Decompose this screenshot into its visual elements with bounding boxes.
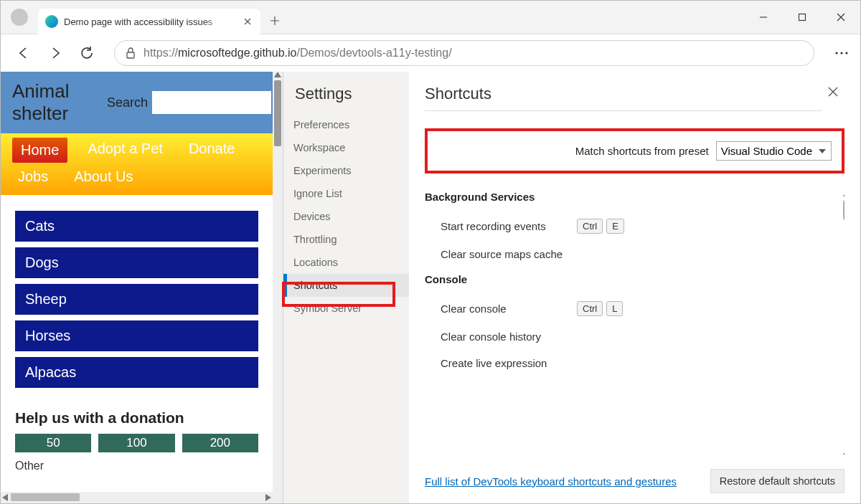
shortcut-row: Clear source maps cache [425, 241, 844, 267]
svg-point-3 [840, 52, 842, 54]
settings-title: Settings [283, 82, 409, 113]
tab-close-button[interactable] [242, 16, 253, 27]
refresh-button[interactable] [72, 39, 101, 67]
address-bar[interactable]: https://microsoftedge.github.io/Demos/de… [114, 40, 814, 66]
shortcut-row: Clear console Ctrl L [425, 294, 844, 323]
back-button[interactable] [9, 39, 38, 67]
settings-sidebar: Settings Preferences Workspace Experimen… [283, 72, 409, 503]
shortcut-row: Create live expression [425, 350, 844, 376]
page-vertical-scrollbar[interactable] [273, 72, 283, 492]
svg-point-4 [845, 52, 847, 54]
nav-about[interactable]: About Us [68, 166, 138, 188]
nav-donate[interactable]: Donate [183, 138, 241, 163]
animal-item[interactable]: Dogs [15, 247, 258, 278]
devtools-panel: Settings Preferences Workspace Experimen… [283, 72, 860, 503]
shortcut-label: Clear source maps cache [441, 248, 577, 260]
preset-label: Match shortcuts from preset [575, 145, 709, 157]
shortcuts-vertical-scrollbar[interactable] [842, 191, 844, 459]
titlebar: Demo page with accessibility issues [1, 1, 860, 34]
donation-100[interactable]: 100 [98, 434, 174, 452]
animal-item[interactable]: Horses [15, 320, 258, 351]
donation-other-label: Other [15, 460, 258, 472]
section-console: Console [425, 273, 844, 285]
edge-favicon [45, 15, 58, 28]
nav-jobs[interactable]: Jobs [12, 166, 54, 188]
restore-defaults-button[interactable]: Restore default shortcuts [710, 469, 844, 493]
shortcut-list: Background Services Start recording even… [425, 191, 844, 459]
shortcut-label: Start recording events [441, 220, 577, 232]
preset-value: Visual Studio Code [721, 145, 812, 157]
donation-200[interactable]: 200 [182, 434, 258, 452]
shortcut-keys: Ctrl E [577, 219, 624, 234]
content-area: Animal shelter Search Home Adopt a Pet D… [1, 72, 860, 503]
search-label: Search [107, 95, 148, 110]
tab-title: Demo page with accessibility issues [64, 16, 236, 27]
main-nav: Home Adopt a Pet Donate Jobs About Us [1, 133, 283, 195]
settings-item-workspace[interactable]: Workspace [283, 136, 409, 159]
close-window-button[interactable] [822, 1, 860, 34]
shortcut-label: Clear console history [441, 331, 577, 343]
annotation-highlight-preset: Match shortcuts from preset Visual Studi… [425, 128, 844, 173]
page-main: Cats Dogs Sheep Horses Alpacas Help us w… [1, 195, 273, 477]
animal-item[interactable]: Sheep [15, 284, 258, 315]
preset-select[interactable]: Visual Studio Code [716, 141, 832, 161]
settings-page-title: Shortcuts [425, 85, 822, 111]
browser-tab[interactable]: Demo page with accessibility issues [38, 9, 260, 34]
kbd: Ctrl [577, 301, 603, 316]
search-form: Search [107, 91, 271, 114]
settings-content: Shortcuts Match shortcuts from preset Vi… [409, 72, 860, 503]
chevron-down-icon [818, 148, 827, 154]
settings-item-shortcuts[interactable]: Shortcuts [283, 274, 409, 297]
browser-window: Demo page with accessibility issues http… [0, 0, 861, 504]
profile-avatar[interactable] [1, 1, 38, 34]
new-tab-button[interactable] [260, 8, 289, 34]
settings-item-throttling[interactable]: Throttling [283, 228, 409, 251]
animal-list: Cats Dogs Sheep Horses Alpacas [15, 211, 258, 388]
settings-item-ignore-list[interactable]: Ignore List [283, 182, 409, 205]
forward-button[interactable] [41, 39, 70, 67]
donation-50[interactable]: 50 [15, 434, 91, 452]
page-horizontal-scrollbar[interactable] [1, 492, 283, 503]
kbd: E [606, 219, 624, 234]
browser-menu-button[interactable] [827, 39, 856, 67]
animal-item[interactable]: Alpacas [15, 357, 258, 388]
settings-item-locations[interactable]: Locations [283, 251, 409, 274]
donation-heading: Help us with a donation [15, 409, 258, 427]
site-heading: Animal shelter [12, 80, 77, 125]
settings-close-button[interactable] [822, 80, 844, 103]
shortcut-label: Create live expression [441, 357, 577, 369]
shortcut-row: Clear console history [425, 323, 844, 350]
window-controls [744, 1, 860, 34]
search-input[interactable] [152, 91, 271, 114]
svg-rect-1 [127, 52, 134, 58]
shortcut-label: Clear console [441, 303, 577, 315]
page-viewport: Animal shelter Search Home Adopt a Pet D… [1, 72, 283, 503]
settings-item-experiments[interactable]: Experiments [283, 159, 409, 182]
shortcut-keys: Ctrl L [577, 301, 623, 316]
animal-item[interactable]: Cats [15, 211, 258, 242]
minimize-button[interactable] [744, 1, 783, 34]
kbd: Ctrl [577, 219, 603, 234]
settings-item-symbol-server[interactable]: Symbol Server [283, 297, 409, 320]
settings-item-devices[interactable]: Devices [283, 205, 409, 228]
browser-toolbar: https://microsoftedge.github.io/Demos/de… [1, 34, 860, 72]
shortcut-row: Start recording events Ctrl E [425, 211, 844, 241]
section-background-services: Background Services [425, 191, 844, 203]
maximize-button[interactable] [783, 1, 822, 34]
lock-icon [125, 47, 136, 60]
donation-options: 50 100 200 [15, 434, 258, 452]
svg-rect-0 [799, 14, 806, 21]
nav-adopt[interactable]: Adopt a Pet [82, 138, 169, 163]
svg-point-2 [835, 52, 837, 54]
kbd: L [606, 301, 623, 316]
nav-home[interactable]: Home [12, 138, 67, 163]
settings-item-preferences[interactable]: Preferences [283, 113, 409, 136]
page-header: Animal shelter Search [1, 72, 283, 133]
url-text: https://microsoftedge.github.io/Demos/de… [144, 47, 452, 60]
settings-footer: Full list of DevTools keyboard shortcuts… [425, 459, 844, 493]
settings-nav: Preferences Workspace Experiments Ignore… [283, 113, 409, 320]
full-list-link[interactable]: Full list of DevTools keyboard shortcuts… [425, 475, 677, 488]
